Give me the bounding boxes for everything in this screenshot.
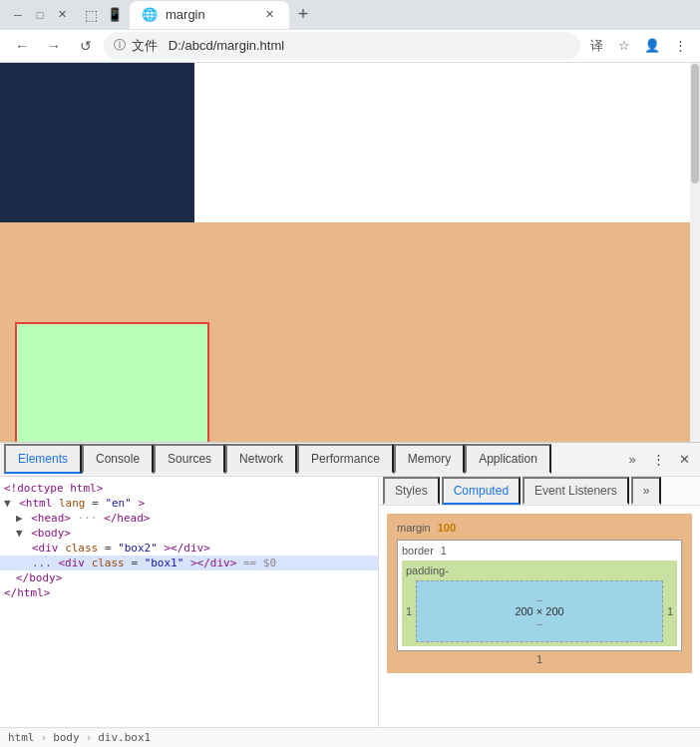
footer-html[interactable]: html: [8, 731, 35, 744]
html-tag-line[interactable]: ▼ <html lang = "en" >: [0, 496, 378, 511]
bookmark-button[interactable]: ☆: [612, 34, 636, 58]
tab-application[interactable]: Application: [465, 444, 551, 474]
address-bar: ← → ↺ ⓘ 文件 D:/abcd/margin.html 译 ☆ 👤 ⋮: [0, 30, 700, 63]
maximize-button[interactable]: □: [30, 5, 50, 25]
padding-label: padding-: [406, 564, 449, 576]
margin-val: 100: [438, 522, 456, 534]
body-expand-arrow[interactable]: ▼: [16, 527, 23, 540]
box1-element: [0, 63, 194, 222]
content-dash: –: [437, 593, 642, 605]
address-input-wrap[interactable]: ⓘ 文件 D:/abcd/margin.html: [104, 32, 580, 60]
box-model-area: margin 100 border 1 padding-: [379, 506, 700, 681]
page-content: [0, 63, 700, 442]
tab-performance[interactable]: Performance: [297, 444, 394, 474]
div-box1-line[interactable]: ... <div class = "box1" ></div> == $0: [0, 556, 378, 570]
viewport: [0, 63, 700, 442]
address-right-icons: 译 ☆ 👤 ⋮: [584, 34, 692, 58]
tab-console[interactable]: Console: [82, 444, 154, 474]
new-tab-button[interactable]: +: [289, 1, 317, 29]
devtools-right-icons: » ⋮ ✕: [620, 447, 696, 471]
back-button[interactable]: ←: [8, 32, 36, 60]
html-close-line: </html>: [0, 585, 378, 600]
profile-button[interactable]: 👤: [640, 34, 664, 58]
margin-bottom-val: 1: [397, 653, 682, 665]
footer-div-box1[interactable]: div.box1: [98, 731, 151, 744]
active-tab[interactable]: 🌐 margin ✕: [130, 1, 289, 29]
more-tabs-button[interactable]: »: [620, 447, 644, 471]
address-label: 文件: [132, 38, 158, 53]
scrollbar[interactable]: [690, 63, 700, 442]
styles-subtabs: Styles Computed Event Listeners »: [379, 477, 700, 506]
devtools-tabs: Elements Console Sources Network Perform…: [0, 443, 700, 477]
div-box2-line[interactable]: <div class = "box2" ></div>: [0, 541, 378, 556]
footer-body[interactable]: body: [53, 731, 80, 744]
forward-button[interactable]: →: [40, 32, 68, 60]
tab-close-button[interactable]: ✕: [261, 7, 277, 23]
close-button[interactable]: ✕: [52, 5, 72, 25]
responsive-icon[interactable]: 📱: [106, 6, 124, 24]
tab-network[interactable]: Network: [225, 444, 297, 474]
head-expand-arrow[interactable]: ▶: [16, 512, 23, 525]
minimize-button[interactable]: ─: [8, 5, 28, 25]
margin-box-outer: margin 100 border 1 padding-: [387, 514, 692, 673]
tab-elements[interactable]: Elements: [4, 444, 82, 474]
elements-panel: <!doctype html> ▼ <html lang = "en" > ▶ …: [0, 477, 379, 727]
side-val-right: 1: [667, 605, 673, 617]
menu-button[interactable]: ⋮: [668, 34, 692, 58]
content-box: – 200 × 200 –: [416, 580, 663, 642]
subtab-more[interactable]: »: [631, 477, 662, 505]
security-icon: ⓘ: [114, 37, 126, 54]
content-dimensions: 200 × 200: [437, 605, 642, 617]
subtab-computed[interactable]: Computed: [442, 477, 521, 505]
address-text: 文件 D:/abcd/margin.html: [132, 37, 570, 55]
tab-memory[interactable]: Memory: [394, 444, 465, 474]
body-line[interactable]: ▼ <body>: [0, 526, 378, 541]
styles-panel: Styles Computed Event Listeners » margin…: [379, 477, 700, 727]
devtools-footer: html › body › div.box1: [0, 727, 700, 747]
translate-button[interactable]: 译: [584, 34, 608, 58]
content-row: 1 – 200 × 200 – 1: [406, 580, 673, 642]
browser-window: ─ □ ✕ ⬚ 📱 🌐 margin ✕ + ← → ↺ ⓘ 文件 D: [0, 0, 700, 747]
head-line[interactable]: ▶ <head> ··· </head>: [0, 511, 378, 526]
devtools-left-icon[interactable]: ⬚: [82, 6, 100, 24]
tab-title: margin: [166, 7, 205, 22]
box-green-element: [15, 322, 209, 442]
scrollbar-thumb[interactable]: [691, 64, 699, 184]
box2-element: [0, 222, 700, 442]
expand-arrow[interactable]: ▼: [4, 497, 11, 510]
devtools-body: <!doctype html> ▼ <html lang = "en" > ▶ …: [0, 477, 700, 727]
content-dash2: –: [437, 617, 642, 629]
tab-bar: 🌐 margin ✕ +: [130, 1, 692, 29]
border-label: border: [402, 545, 434, 557]
window-icons: ─ □ ✕: [8, 5, 72, 25]
border-box: border 1 padding- 1 –: [397, 540, 682, 651]
devtools-settings-button[interactable]: ⋮: [646, 447, 670, 471]
devtools-panel: Elements Console Sources Network Perform…: [0, 442, 700, 747]
address-url: D:/abcd/margin.html: [169, 38, 284, 53]
window-controls: ─ □ ✕: [8, 5, 72, 25]
reload-button[interactable]: ↺: [72, 32, 100, 60]
tab-favicon: 🌐: [142, 7, 158, 23]
bottom-margin-val: 1: [536, 653, 542, 665]
tab-sources[interactable]: Sources: [154, 444, 225, 474]
side-val-left: 1: [406, 605, 412, 617]
html-open-tag: <html: [19, 497, 59, 510]
padding-box: padding- 1 – 200 × 200 –: [402, 560, 677, 646]
devtools-close-button[interactable]: ✕: [672, 447, 696, 471]
title-bar: ─ □ ✕ ⬚ 📱 🌐 margin ✕ +: [0, 0, 700, 30]
body-close-line: </body>: [0, 570, 378, 585]
html-doctype-line: <!doctype html>: [0, 481, 378, 496]
border-val: 1: [441, 545, 447, 557]
subtab-styles[interactable]: Styles: [383, 477, 440, 505]
margin-label: margin: [397, 522, 431, 534]
doctype-tag: <!doctype html>: [4, 482, 103, 495]
subtab-event-listeners[interactable]: Event Listeners: [523, 477, 629, 505]
styles-content: margin 100 border 1 padding-: [379, 506, 700, 727]
